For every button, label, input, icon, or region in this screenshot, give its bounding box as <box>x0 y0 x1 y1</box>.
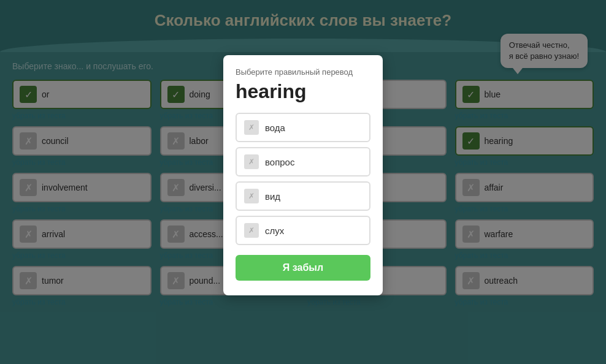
modal-dialog: Выберите правильный перевод hearing ✗ во… <box>223 55 383 295</box>
modal-overlay: Выберите правильный перевод hearing ✗ во… <box>0 0 606 364</box>
choice-icon-slukh: ✗ <box>244 223 259 238</box>
choice-voda[interactable]: ✗ вода <box>236 113 370 142</box>
choice-vopros[interactable]: ✗ вопрос <box>236 147 370 176</box>
choice-icon-vopros: ✗ <box>244 154 259 169</box>
choice-text-slukh: слух <box>265 226 284 236</box>
choice-text-vid: вид <box>265 191 280 202</box>
modal-subtitle: Выберите правильный перевод <box>236 67 370 77</box>
choice-vid[interactable]: ✗ вид <box>236 181 370 211</box>
choice-icon-vid: ✗ <box>244 189 259 203</box>
choice-text-voda: вода <box>265 123 285 133</box>
choice-icon-voda: ✗ <box>244 120 259 135</box>
choice-slukh[interactable]: ✗ слух <box>236 216 370 245</box>
choice-text-vopros: вопрос <box>265 157 294 167</box>
forgot-button[interactable]: Я забыл <box>236 255 370 281</box>
modal-word: hearing <box>236 80 370 103</box>
